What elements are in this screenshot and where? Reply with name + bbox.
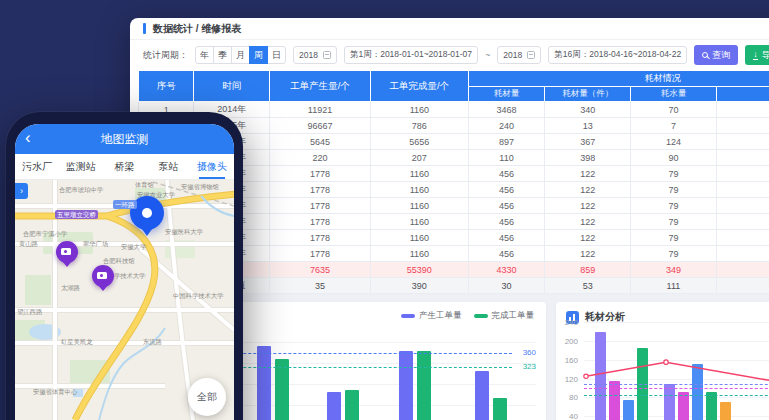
map-label: 体育馆 — [135, 181, 154, 190]
y-axis-label: 200 — [556, 337, 578, 346]
table-cell: 7635 — [270, 262, 371, 278]
sub-column-header: 水量 — [716, 87, 769, 102]
expand-icon[interactable]: › — [15, 183, 28, 199]
phone-tab-泵站[interactable]: 泵站 — [146, 154, 190, 179]
group-header: 耗材情况 — [468, 71, 769, 87]
reference-line-label: 323 — [523, 362, 536, 371]
period-option-月[interactable]: 月 — [231, 46, 250, 64]
map-view[interactable]: 体育馆安徽农业大学安徽省博物馆合肥市琥珀中学合肥市宁溪小学安徽医科大学翠华广场安… — [15, 180, 234, 420]
week-to-field[interactable]: 第16周：2018-04-16~2018-04-22 — [548, 46, 687, 64]
phone-tab-摄像头[interactable]: 摄像头 — [190, 154, 234, 179]
column-header: 工单完成量/个 — [370, 71, 468, 102]
table-cell: 35 — [270, 278, 371, 294]
export-excel-button[interactable]: ↓ 导出Excel — [745, 45, 769, 65]
table-header-row: 序号时间工单产生量/个工单完成量/个耗材情况 — [139, 71, 769, 87]
road-name-tag: 一环路 — [113, 200, 137, 209]
table-cell: 67 — [716, 246, 769, 262]
table-cell: 1160 — [370, 166, 468, 182]
table-cell: 90 — [631, 150, 717, 166]
period-option-季[interactable]: 季 — [213, 46, 232, 64]
table-cell: 79 — [631, 166, 717, 182]
table-cell: 3468 — [468, 102, 545, 118]
table-cell: 124 — [631, 134, 717, 150]
download-icon: ↓ — [753, 50, 758, 60]
year-from-picker[interactable]: 2018 — [293, 46, 337, 64]
week-from-value: 第1周：2018-01-01~2018-01-07 — [350, 49, 472, 61]
table-cell: 67 — [716, 166, 769, 182]
map-label: 望江西路 — [17, 308, 42, 317]
table-cell: 1778 — [270, 166, 371, 182]
table-cell: 456 — [468, 246, 545, 262]
table-cell: 250 — [716, 102, 769, 118]
camera-pin[interactable] — [56, 241, 78, 263]
table-cell: 334 — [716, 262, 769, 278]
map-label: 合肥市琥珀中学 — [59, 186, 103, 195]
table-cell: 1778 — [270, 198, 371, 214]
table-cell: 122 — [545, 214, 631, 230]
table-cell: 19 — [716, 150, 769, 166]
phone-tabs: 污水厂监测站桥梁泵站摄像头 — [15, 154, 234, 180]
table-cell: 79 — [631, 230, 717, 246]
table-cell: 122 — [545, 230, 631, 246]
bar — [720, 402, 731, 420]
phone-screen: ‹ 地图监测 污水厂监测站桥梁泵站摄像头 — [15, 124, 234, 420]
material-chart-card: 耗材分析 2402001601208040 — [556, 302, 769, 420]
pin-dot — [142, 208, 152, 218]
map-label: 黄山路 — [19, 240, 38, 249]
sub-column-header: 耗材量（件） — [545, 87, 631, 102]
period-option-日[interactable]: 日 — [267, 46, 286, 64]
bar — [595, 332, 606, 420]
week-from-field[interactable]: 第1周：2018-01-01~2018-01-07 — [344, 46, 478, 64]
table-cell: 456 — [468, 166, 545, 182]
phone-tab-监测站[interactable]: 监测站 — [59, 154, 103, 179]
year-to-value: 2018 — [503, 50, 522, 60]
calendar-icon — [323, 51, 331, 59]
table-cell: 1778 — [270, 246, 371, 262]
bar — [475, 371, 489, 420]
export-label: 导出Excel — [762, 49, 769, 62]
search-icon — [702, 52, 708, 58]
table-cell: 122 — [545, 246, 631, 262]
sub-column-header: 耗水量 — [631, 87, 717, 102]
table-cell: 240 — [468, 118, 545, 134]
bar — [623, 400, 634, 420]
table-cell: 55390 — [370, 262, 468, 278]
map-label: 东流路 — [143, 338, 162, 347]
table-cell: 859 — [545, 262, 631, 278]
y-axis-label: 160 — [556, 356, 578, 365]
camera-pin[interactable] — [92, 265, 114, 287]
table-cell: 456 — [468, 198, 545, 214]
y-axis-label: 80 — [556, 393, 578, 402]
pin-tail — [98, 285, 108, 291]
map-label: 安徽大学 — [121, 243, 146, 252]
table-cell: 30 — [468, 278, 545, 294]
table-cell: 1160 — [370, 102, 468, 118]
table-cell: 349 — [631, 262, 717, 278]
phone-tab-污水厂[interactable]: 污水厂 — [15, 154, 59, 179]
map-label: 太湖路 — [61, 284, 80, 293]
camera-lens — [100, 274, 103, 277]
table-cell: 125 — [716, 134, 769, 150]
period-option-年[interactable]: 年 — [195, 46, 214, 64]
table-cell: 111 — [631, 278, 717, 294]
table-cell: 220 — [270, 150, 371, 166]
all-button[interactable]: 全部 — [188, 378, 226, 416]
period-option-周[interactable]: 周 — [249, 46, 268, 64]
table-cell: 79 — [631, 182, 717, 198]
year-to-picker[interactable]: 2018 — [497, 46, 541, 64]
table-cell: 13 — [545, 118, 631, 134]
phone-tab-桥梁[interactable]: 桥梁 — [103, 154, 147, 179]
table-cell: 897 — [468, 134, 545, 150]
camera-lens — [64, 250, 67, 253]
back-icon[interactable]: ‹ — [25, 128, 31, 148]
bar — [692, 364, 703, 420]
table-cell: 7 — [631, 118, 717, 134]
line-series — [556, 302, 769, 420]
bar — [399, 351, 413, 420]
gridline — [584, 341, 769, 342]
gridline — [584, 322, 769, 323]
page: 数据统计 / 维修报表 统计周期： 年季月周日 2018 第1周：2018-01… — [0, 0, 769, 420]
query-button[interactable]: 查询 — [694, 45, 738, 65]
table-cell: 96667 — [270, 118, 371, 134]
table-cell: 79 — [631, 214, 717, 230]
